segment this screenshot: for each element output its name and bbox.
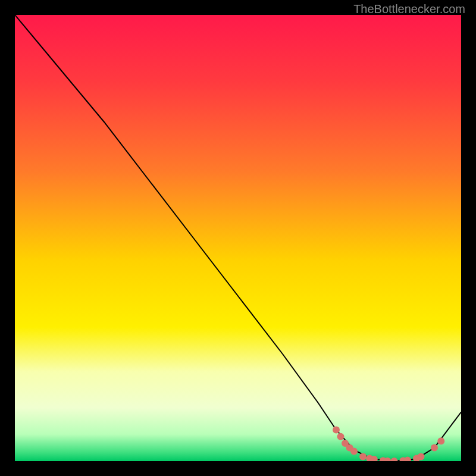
data-marker xyxy=(437,437,444,444)
plot-area xyxy=(15,15,461,461)
data-marker xyxy=(431,444,438,452)
data-marker xyxy=(359,453,367,461)
curve-layer xyxy=(15,15,461,461)
bottleneck-curve xyxy=(15,15,461,461)
data-marker xyxy=(404,457,411,462)
data-marker xyxy=(337,433,345,440)
data-marker xyxy=(418,453,425,461)
data-marker xyxy=(391,458,398,461)
data-marker xyxy=(350,448,358,455)
data-marker xyxy=(333,427,340,434)
data-markers xyxy=(333,427,444,462)
watermark-text: TheBottlenecker.com xyxy=(353,2,465,16)
